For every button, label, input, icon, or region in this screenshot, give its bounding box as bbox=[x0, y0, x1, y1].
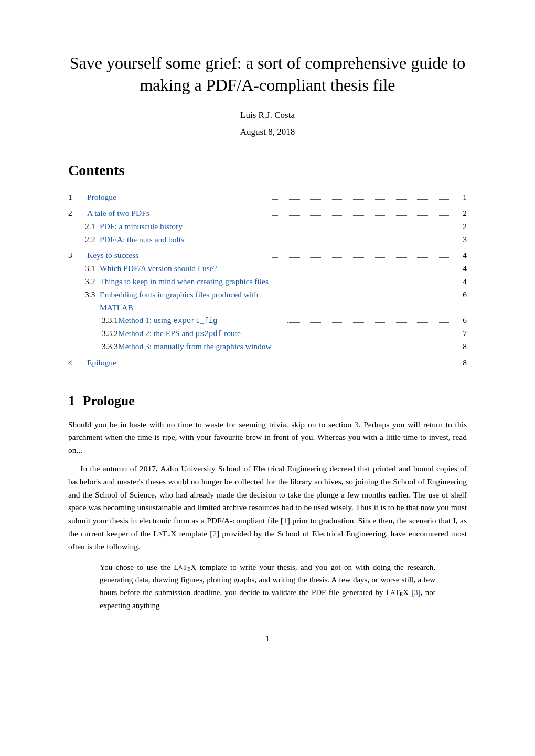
blockquote: You chose to use the LATEX template to w… bbox=[100, 561, 435, 612]
toc-num: 3.3.2 bbox=[102, 327, 118, 340]
toc-line: 3.3.1 Method 1: using export_fig 6 bbox=[68, 314, 467, 327]
toc-label[interactable]: Method 2: the EPS and ps2pdf route bbox=[118, 327, 285, 340]
toc-label[interactable]: Things to keep in mind when creating gra… bbox=[100, 275, 276, 288]
toc-line: 3.3.3 Method 3: manually from the graphi… bbox=[68, 340, 467, 353]
section-title: Prologue bbox=[83, 393, 135, 408]
toc-page: 8 bbox=[456, 340, 467, 353]
toc-dots bbox=[272, 199, 454, 200]
toc-line: 2.2 PDF/A: the nuts and bolts 3 bbox=[68, 233, 467, 246]
toc-page: 1 bbox=[456, 191, 467, 204]
toc-page: 4 bbox=[456, 275, 467, 288]
toc-dots bbox=[278, 271, 454, 271]
toc-page: 2 bbox=[456, 207, 467, 220]
toc-label[interactable]: Keys to success bbox=[87, 249, 270, 262]
toc-num: 3.1 bbox=[85, 262, 100, 275]
toc-num: 3.3.1 bbox=[102, 314, 118, 327]
toc-line: 2.1 PDF: a minuscule history 2 bbox=[68, 220, 467, 233]
toc-num: 3.3.3 bbox=[102, 340, 118, 353]
toc-entry-3: 3 Keys to success 4 3.1 Which PDF/A vers… bbox=[68, 249, 467, 353]
toc-line: 1 Prologue 1 bbox=[68, 191, 467, 204]
toc-num: 1 bbox=[68, 191, 87, 204]
toc-line: 3 Keys to success 4 bbox=[68, 249, 467, 262]
toc-page: 4 bbox=[456, 262, 467, 275]
section-1: 1 Prologue Should you be in haste with n… bbox=[68, 391, 467, 612]
toc-label[interactable]: Method 3: manually from the graphics win… bbox=[118, 340, 285, 353]
toc-entry-4: 4 Epilogue 8 bbox=[68, 357, 467, 370]
toc-page: 3 bbox=[456, 233, 467, 246]
toc-dots bbox=[272, 365, 454, 365]
toc-dots bbox=[272, 215, 454, 216]
toc-entry-1: 1 Prologue 1 bbox=[68, 191, 467, 204]
toc-num: 3 bbox=[68, 249, 87, 262]
toc-label[interactable]: Which PDF/A version should I use? bbox=[100, 262, 276, 275]
toc-page: 6 bbox=[456, 288, 467, 301]
author: Luis R.J. Costa bbox=[68, 109, 467, 122]
toc-line: 2 A tale of two PDFs 2 bbox=[68, 207, 467, 220]
toc-label[interactable]: Method 1: using export_fig bbox=[118, 314, 285, 327]
page-number: 1 bbox=[68, 633, 467, 645]
title-block: Save yourself some grief: a sort of comp… bbox=[68, 52, 467, 138]
toc-num: 3.2 bbox=[85, 275, 100, 288]
toc-label[interactable]: Epilogue bbox=[87, 357, 270, 370]
toc-page: 2 bbox=[456, 220, 467, 233]
section-1-heading: 1 Prologue bbox=[68, 391, 467, 411]
toc-dots bbox=[278, 284, 454, 284]
toc-dots bbox=[287, 336, 455, 336]
table-of-contents: Contents 1 Prologue 1 2 A tale of two PD… bbox=[68, 159, 467, 369]
toc-line: 4 Epilogue 8 bbox=[68, 357, 467, 370]
toc-label[interactable]: PDF/A: the nuts and bolts bbox=[100, 233, 276, 246]
toc-num: 3.3 bbox=[85, 288, 100, 301]
contents-heading: Contents bbox=[68, 159, 467, 181]
toc-line: 3.3.2 Method 2: the EPS and ps2pdf route… bbox=[68, 327, 467, 340]
toc-entry-2: 2 A tale of two PDFs 2 2.1 PDF: a minusc… bbox=[68, 207, 467, 246]
toc-dots bbox=[278, 229, 454, 229]
ref-1[interactable]: 1 bbox=[283, 516, 287, 525]
toc-page: 7 bbox=[456, 327, 467, 340]
toc-label[interactable]: Embedding fonts in graphics files produc… bbox=[100, 288, 276, 315]
toc-num: 2 bbox=[68, 207, 87, 220]
ref-3[interactable]: 3 bbox=[414, 588, 418, 597]
section-1-para-1: Should you be in haste with no time to w… bbox=[68, 418, 467, 457]
toc-dots bbox=[272, 257, 454, 258]
page: Save yourself some grief: a sort of comp… bbox=[0, 0, 535, 756]
date: August 8, 2018 bbox=[68, 125, 467, 139]
toc-label[interactable]: PDF: a minuscule history bbox=[100, 220, 276, 233]
toc-page: 4 bbox=[456, 249, 467, 262]
toc-num: 4 bbox=[68, 357, 87, 370]
section-1-para-2: In the autumn of 2017, Aalto University … bbox=[68, 462, 467, 554]
toc-label[interactable]: Prologue bbox=[87, 191, 270, 204]
toc-page: 8 bbox=[456, 357, 467, 370]
toc-label[interactable]: A tale of two PDFs bbox=[87, 207, 270, 220]
toc-line: 3.2 Things to keep in mind when creating… bbox=[68, 275, 467, 288]
toc-page: 6 bbox=[456, 314, 467, 327]
toc-num: 2.1 bbox=[85, 220, 100, 233]
toc-line: 3.1 Which PDF/A version should I use? 4 bbox=[68, 262, 467, 275]
section-ref-3[interactable]: 3 bbox=[355, 420, 359, 429]
toc-dots bbox=[278, 297, 454, 297]
section-num: 1 bbox=[68, 393, 75, 408]
toc-line: 3.3 Embedding fonts in graphics files pr… bbox=[68, 288, 467, 315]
toc-dots bbox=[287, 349, 455, 349]
ref-2[interactable]: 2 bbox=[212, 529, 217, 538]
toc-num: 2.2 bbox=[85, 233, 100, 246]
main-title: Save yourself some grief: a sort of comp… bbox=[68, 52, 467, 96]
toc-dots bbox=[278, 242, 454, 242]
toc-dots bbox=[287, 322, 455, 323]
